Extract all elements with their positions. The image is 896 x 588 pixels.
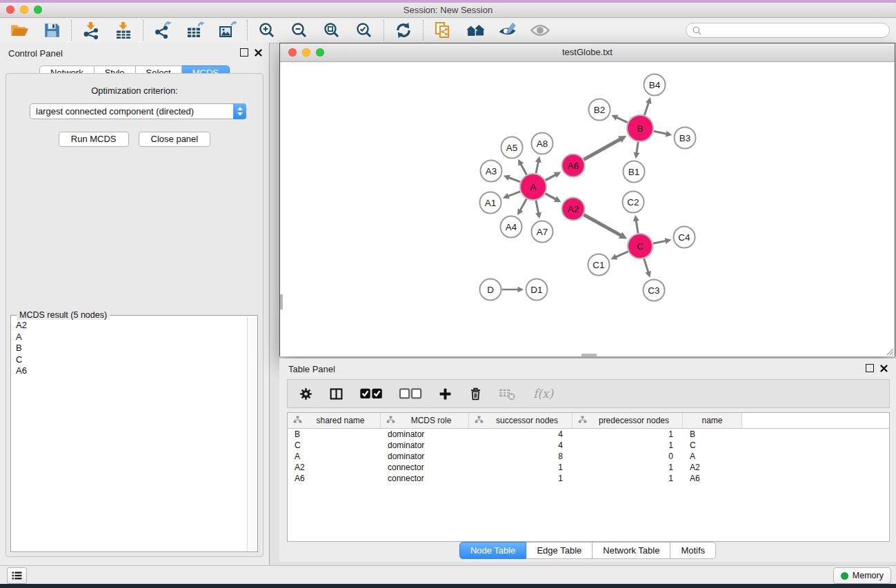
export-image-icon[interactable]	[217, 21, 238, 40]
column-header-successor-nodes[interactable]: successor nodes	[469, 413, 573, 428]
float-table-panel-icon[interactable]	[866, 364, 874, 372]
add-column-icon[interactable]	[438, 385, 452, 402]
table-cell[interactable]: 4	[469, 429, 573, 439]
table-cell[interactable]: dominator	[381, 429, 469, 439]
node-B2[interactable]: B2	[589, 99, 610, 121]
tab-node-table[interactable]: Node Table	[459, 542, 527, 559]
node-D1[interactable]: D1	[526, 279, 548, 301]
float-panel-icon[interactable]	[240, 48, 248, 57]
column-header-mcds-role[interactable]: MCDS role	[381, 413, 469, 428]
table-row[interactable]: Bdominator41B	[288, 429, 889, 440]
eye-icon[interactable]	[530, 21, 550, 40]
table-row[interactable]: Cdominator41C	[288, 440, 889, 451]
table-cell[interactable]: C	[288, 440, 381, 450]
table-cell[interactable]: A	[288, 452, 381, 461]
column-header-name[interactable]: name	[683, 413, 742, 428]
save-session-icon[interactable]	[41, 21, 62, 40]
close-panel-icon[interactable]	[255, 49, 262, 57]
eye-pen-icon[interactable]	[497, 21, 518, 40]
deselect-all-columns-icon[interactable]	[399, 385, 422, 402]
resize-grip-icon[interactable]	[884, 346, 894, 356]
node-A2[interactable]: A2	[562, 198, 585, 221]
table-cell[interactable]: A	[683, 452, 742, 461]
result-item[interactable]: A2	[16, 320, 248, 332]
node-C1[interactable]: C1	[588, 254, 610, 276]
horizontal-scrollbar-thumb[interactable]	[581, 354, 597, 356]
node-A4[interactable]: A4	[501, 216, 522, 238]
table-cell[interactable]: 0	[573, 452, 683, 461]
tab-network-table[interactable]: Network Table	[593, 542, 670, 559]
node-A[interactable]: A	[520, 174, 546, 200]
table-cell[interactable]: connector	[381, 474, 469, 483]
node-A3[interactable]: A3	[481, 161, 502, 182]
column-header-predecessor-nodes[interactable]: predecessor nodes	[573, 413, 683, 428]
table-cell[interactable]: 1	[469, 474, 573, 483]
column-header-shared-name[interactable]: shared name	[288, 413, 381, 428]
houses-icon[interactable]	[465, 21, 486, 40]
table-cell[interactable]: 1	[573, 440, 683, 450]
result-item[interactable]: A6	[16, 365, 248, 377]
tab-edge-table[interactable]: Edge Table	[526, 542, 593, 559]
import-table-icon[interactable]	[113, 21, 134, 40]
node-A6[interactable]: A6	[562, 154, 585, 177]
table-cell[interactable]: A2	[683, 463, 742, 472]
vertical-scrollbar-thumb[interactable]	[280, 294, 283, 310]
tab-motifs[interactable]: Motifs	[670, 542, 716, 559]
result-item[interactable]: B	[16, 343, 248, 354]
close-panel-button[interactable]: Close panel	[139, 132, 211, 147]
table-cell[interactable]: dominator	[381, 452, 469, 461]
open-session-icon[interactable]	[9, 21, 30, 40]
table-row[interactable]: A6connector11A6	[288, 473, 889, 484]
node-A7[interactable]: A7	[532, 221, 553, 243]
table-cell[interactable]: A6	[683, 474, 742, 483]
delete-column-icon[interactable]	[468, 385, 483, 402]
table-cell[interactable]: A6	[288, 474, 381, 483]
import-network-icon[interactable]	[81, 21, 101, 40]
table-row[interactable]: Adominator80A	[288, 451, 889, 462]
export-table-icon[interactable]	[185, 21, 206, 40]
documents-share-icon[interactable]	[432, 21, 453, 40]
export-network-icon[interactable]	[152, 21, 173, 40]
zoom-fit-icon[interactable]	[321, 21, 342, 40]
result-item[interactable]: C	[16, 354, 248, 366]
column-chooser-icon[interactable]	[329, 385, 344, 402]
gear-icon[interactable]	[299, 385, 313, 402]
table-cell[interactable]: 4	[469, 440, 573, 450]
refresh-layout-icon[interactable]	[393, 21, 414, 40]
table-cell[interactable]: connector	[381, 463, 469, 472]
node-A1[interactable]: A1	[480, 192, 501, 214]
network-canvas[interactable]: B4B2BB3A8A5A6A3B1AC2A1A2A4A7C4CC1C3DD1	[280, 62, 895, 356]
task-history-button[interactable]	[7, 567, 27, 584]
table-cell[interactable]: 1	[469, 463, 573, 472]
node-A8[interactable]: A8	[532, 133, 553, 154]
result-item[interactable]: A	[16, 332, 248, 343]
node-C[interactable]: C	[628, 234, 653, 258]
network-window-titlebar[interactable]: testGlobe.txt	[280, 43, 895, 62]
node-D[interactable]: D	[480, 279, 501, 301]
table-cell[interactable]: A2	[288, 463, 381, 472]
table-cell[interactable]: 8	[469, 452, 573, 461]
search-field[interactable]	[686, 23, 890, 38]
node-C3[interactable]: C3	[644, 280, 665, 301]
result-scrollbar[interactable]	[247, 316, 257, 551]
node-B1[interactable]: B1	[624, 161, 645, 183]
node-B3[interactable]: B3	[675, 128, 696, 149]
table-row[interactable]: A2connector11A2	[288, 462, 889, 473]
node-C2[interactable]: C2	[623, 192, 644, 213]
table-cell[interactable]: 1	[573, 429, 683, 439]
close-table-panel-icon[interactable]	[880, 365, 888, 372]
table-cell[interactable]: dominator	[381, 440, 469, 450]
search-input[interactable]	[706, 25, 884, 36]
memory-button[interactable]: Memory	[833, 567, 891, 584]
table-cell[interactable]: B	[288, 429, 381, 439]
run-mcds-button[interactable]: Run MCDS	[59, 132, 129, 147]
zoom-selected-icon[interactable]	[354, 21, 375, 40]
table-cell[interactable]: B	[683, 429, 742, 439]
zoom-in-icon[interactable]	[257, 21, 277, 40]
node-B[interactable]: B	[627, 115, 653, 141]
table-cell[interactable]: 1	[573, 474, 683, 483]
select-all-columns-icon[interactable]	[359, 385, 383, 402]
criterion-dropdown[interactable]: largest connected component (directed)	[30, 103, 246, 119]
zoom-out-icon[interactable]	[289, 21, 310, 40]
table-cell[interactable]: 1	[573, 463, 683, 472]
